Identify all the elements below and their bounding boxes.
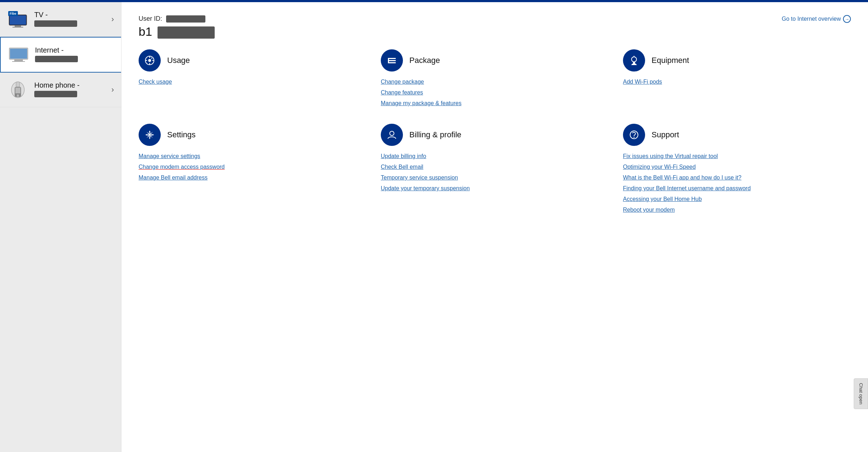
equipment-icon xyxy=(623,49,645,72)
account-name-value xyxy=(158,26,215,39)
package-icon xyxy=(381,49,403,72)
sidebar-internet-label-wrap: Internet - xyxy=(35,46,114,64)
section-title-billing: Billing & profile xyxy=(409,130,462,139)
go-to-overview-link[interactable]: Go to Internet overview → xyxy=(782,15,851,23)
user-info: User ID: b1 xyxy=(139,15,215,39)
account-name: b1 xyxy=(139,25,215,39)
link-manage-bell-email-address[interactable]: Manage Bell email address xyxy=(139,175,366,181)
section-links-equipment: Add Wi-Fi pods xyxy=(623,79,851,85)
section-links-usage: Check usage xyxy=(139,79,366,85)
svg-rect-6 xyxy=(14,59,23,61)
section-header-equipment: Equipment xyxy=(623,49,851,72)
sidebar-internet-sub xyxy=(35,56,78,62)
svg-rect-12 xyxy=(16,82,20,87)
link-update-your-temporary-suspension[interactable]: Update your temporary suspension xyxy=(381,185,609,192)
sidebar-tv-label-wrap: TV - xyxy=(34,11,108,28)
svg-point-28 xyxy=(149,134,151,136)
section-header-billing: Billing & profile xyxy=(381,124,609,146)
overview-arrow-icon: → xyxy=(843,15,851,23)
layout: Fibe TV - › xyxy=(0,2,868,452)
section-title-usage: Usage xyxy=(167,56,190,65)
link-add-wi-fi-pods[interactable]: Add Wi-Fi pods xyxy=(623,79,851,85)
section-links-support: Fix issues using the Virtual repair tool… xyxy=(623,153,851,213)
svg-point-11 xyxy=(17,94,19,97)
svg-rect-26 xyxy=(633,62,635,64)
section-settings: SettingsManage service settingsChange mo… xyxy=(139,124,366,213)
sidebar-phone-chevron: › xyxy=(111,85,114,94)
section-header-usage: Usage xyxy=(139,49,366,72)
main-content: User ID: b1 Go to Internet overview → Us… xyxy=(121,2,868,452)
link-check-bell-email[interactable]: Check Bell email xyxy=(381,164,609,170)
svg-point-29 xyxy=(390,131,394,136)
phone-icon-wrap xyxy=(7,79,29,100)
svg-line-19 xyxy=(151,58,152,59)
section-equipment: EquipmentAdd Wi-Fi pods xyxy=(623,49,851,107)
sections-grid: UsageCheck usage PackageChange packageCh… xyxy=(139,49,851,213)
sidebar-phone-title: Home phone - xyxy=(34,81,108,89)
sidebar-internet-title: Internet - xyxy=(35,46,114,54)
sidebar-item-internet[interactable]: Internet - xyxy=(0,37,121,73)
svg-rect-7 xyxy=(12,61,25,62)
link-fix-issues-using-the-virtual-repair-tool[interactable]: Fix issues using the Virtual repair tool xyxy=(623,153,851,159)
link-change-modem-access-password[interactable]: Change modem access password xyxy=(139,164,366,170)
sidebar-phone-label-wrap: Home phone - xyxy=(34,81,108,99)
billing-icon xyxy=(381,124,403,146)
user-id-label: User ID: xyxy=(139,15,162,22)
section-usage: UsageCheck usage xyxy=(139,49,366,107)
sidebar-tv-chevron: › xyxy=(111,15,114,24)
svg-rect-23 xyxy=(388,58,389,63)
sidebar: Fibe TV - › xyxy=(0,2,121,452)
link-update-billing-info[interactable]: Update billing info xyxy=(381,153,609,159)
section-support: SupportFix issues using the Virtual repa… xyxy=(623,124,851,213)
svg-rect-3 xyxy=(13,27,23,28)
link-manage-service-settings[interactable]: Manage service settings xyxy=(139,153,366,159)
link-temporary-service-suspension[interactable]: Temporary service suspension xyxy=(381,175,609,181)
sidebar-item-tv[interactable]: Fibe TV - › xyxy=(0,2,121,37)
sidebar-item-home-phone[interactable]: Home phone - › xyxy=(0,73,121,107)
section-links-settings: Manage service settingsChange modem acce… xyxy=(139,153,366,181)
usage-icon xyxy=(139,49,161,72)
chat-open-bubble[interactable]: Chat open xyxy=(854,378,868,409)
svg-rect-22 xyxy=(388,62,396,63)
svg-point-14 xyxy=(148,59,151,62)
svg-point-31 xyxy=(634,137,635,138)
link-check-usage[interactable]: Check usage xyxy=(139,79,366,85)
section-package: PackageChange packageChange featuresMana… xyxy=(381,49,609,107)
section-links-package: Change packageChange featuresManage my p… xyxy=(381,79,609,107)
link-reboot-your-modem[interactable]: Reboot your modem xyxy=(623,207,851,213)
section-header-package: Package xyxy=(381,49,609,72)
link-accessing-your-bell-home-hub[interactable]: Accessing your Bell Home Hub xyxy=(623,196,851,202)
support-icon xyxy=(623,124,645,146)
fibe-badge: Fibe xyxy=(8,11,18,16)
main-header: User ID: b1 Go to Internet overview → xyxy=(139,15,851,39)
svg-rect-1 xyxy=(10,15,26,25)
user-id-line: User ID: xyxy=(139,15,215,23)
link-optimizing-your-wi-fi-speed[interactable]: Optimizing your Wi-Fi Speed xyxy=(623,164,851,170)
section-header-support: Support xyxy=(623,124,851,146)
section-title-support: Support xyxy=(652,130,679,139)
account-name-prefix: b1 xyxy=(139,25,152,38)
internet-icon-wrap xyxy=(8,44,29,65)
link-change-package[interactable]: Change package xyxy=(381,79,609,85)
phone-svg xyxy=(10,80,26,99)
settings-icon xyxy=(139,124,161,146)
sidebar-tv-title: TV - xyxy=(34,11,108,19)
link-change-features[interactable]: Change features xyxy=(381,89,609,96)
section-title-package: Package xyxy=(409,56,440,65)
svg-point-24 xyxy=(632,57,637,62)
svg-rect-21 xyxy=(388,60,396,61)
svg-rect-2 xyxy=(15,25,21,27)
link-what-is-the-bell-wi-fi-app-and-how-do-i-[interactable]: What is the Bell Wi-Fi app and how do I … xyxy=(623,175,851,181)
svg-rect-10 xyxy=(15,88,20,93)
user-id-value xyxy=(166,15,205,23)
svg-rect-5 xyxy=(10,49,27,59)
section-header-settings: Settings xyxy=(139,124,366,146)
svg-rect-20 xyxy=(388,58,396,59)
section-title-equipment: Equipment xyxy=(652,56,689,65)
sidebar-tv-sub xyxy=(34,20,77,27)
link-manage-my-package--features[interactable]: Manage my package & features xyxy=(381,100,609,107)
go-to-overview-label: Go to Internet overview xyxy=(782,16,841,22)
section-links-billing: Update billing infoCheck Bell emailTempo… xyxy=(381,153,609,192)
link-finding-your-bell-internet-username-and-[interactable]: Finding your Bell Internet username and … xyxy=(623,185,851,192)
section-billing: Billing & profileUpdate billing infoChec… xyxy=(381,124,609,213)
